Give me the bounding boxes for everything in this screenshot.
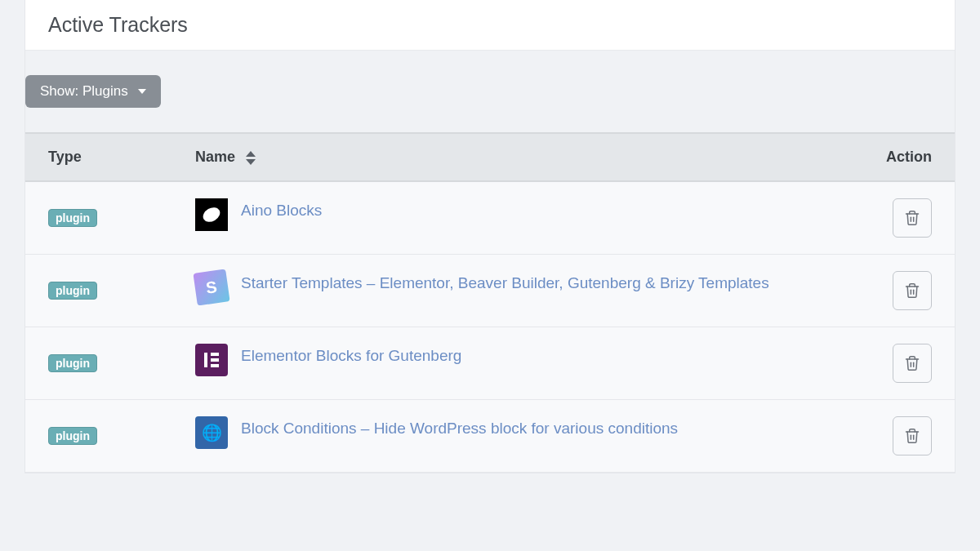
- table-row: pluginElementor Blocks for Gutenberg: [25, 327, 955, 400]
- type-cell: plugin: [25, 327, 172, 400]
- column-header-name[interactable]: Name: [172, 134, 840, 181]
- plugin-icon: [195, 198, 228, 231]
- delete-button[interactable]: [893, 344, 932, 383]
- type-badge: plugin: [48, 354, 97, 372]
- page-title: Active Trackers: [48, 13, 932, 37]
- sort-icon: [246, 151, 256, 165]
- delete-button[interactable]: [893, 416, 932, 455]
- column-name-label: Name: [195, 149, 235, 165]
- plugin-icon: S: [193, 269, 229, 305]
- trackers-card: Active Trackers Show: Plugins Type Name: [24, 0, 956, 473]
- trash-icon: [904, 282, 920, 299]
- plugin-icon: 🌐: [195, 416, 228, 449]
- filter-label: Show: Plugins: [40, 83, 128, 100]
- table-row: plugin🌐Block Conditions – Hide WordPress…: [25, 400, 955, 473]
- trash-icon: [904, 355, 920, 371]
- type-cell: plugin: [25, 255, 172, 327]
- name-cell: Aino Blocks: [172, 181, 840, 255]
- trash-icon: [904, 210, 920, 226]
- plugin-name-link[interactable]: Block Conditions – Hide WordPress block …: [241, 416, 817, 441]
- table-row: pluginSStarter Templates – Elementor, Be…: [25, 255, 955, 327]
- filter-section: Show: Plugins: [25, 75, 955, 132]
- delete-button[interactable]: [893, 271, 932, 310]
- plugin-name-link[interactable]: Elementor Blocks for Gutenberg: [241, 344, 817, 368]
- caret-down-icon: [138, 89, 146, 94]
- column-header-type: Type: [25, 134, 172, 181]
- trash-icon: [904, 428, 920, 444]
- show-filter-dropdown[interactable]: Show: Plugins: [25, 75, 161, 108]
- type-cell: plugin: [25, 181, 172, 255]
- trackers-table-container: Type Name Action pluginAino Blocksplugin…: [25, 132, 955, 473]
- action-cell: [840, 400, 955, 473]
- plugin-name-link[interactable]: Aino Blocks: [241, 198, 817, 223]
- table-body: pluginAino BlockspluginSStarter Template…: [25, 181, 955, 473]
- type-cell: plugin: [25, 400, 172, 473]
- type-badge: plugin: [48, 209, 97, 227]
- name-cell: 🌐Block Conditions – Hide WordPress block…: [172, 400, 840, 473]
- plugin-icon: [195, 344, 228, 376]
- trackers-table: Type Name Action pluginAino Blocksplugin…: [25, 134, 955, 473]
- table-header: Type Name Action: [25, 134, 955, 181]
- name-cell: SStarter Templates – Elementor, Beaver B…: [172, 255, 840, 327]
- delete-button[interactable]: [893, 198, 932, 238]
- table-row: pluginAino Blocks: [25, 181, 955, 255]
- action-cell: [840, 181, 955, 255]
- name-cell: Elementor Blocks for Gutenberg: [172, 327, 840, 400]
- plugin-name-link[interactable]: Starter Templates – Elementor, Beaver Bu…: [241, 271, 817, 295]
- action-cell: [840, 327, 955, 400]
- column-header-action: Action: [840, 134, 955, 181]
- type-badge: plugin: [48, 282, 97, 300]
- card-body: Show: Plugins Type Name: [25, 51, 955, 473]
- card-header: Active Trackers: [25, 0, 955, 51]
- action-cell: [840, 255, 955, 327]
- type-badge: plugin: [48, 427, 97, 445]
